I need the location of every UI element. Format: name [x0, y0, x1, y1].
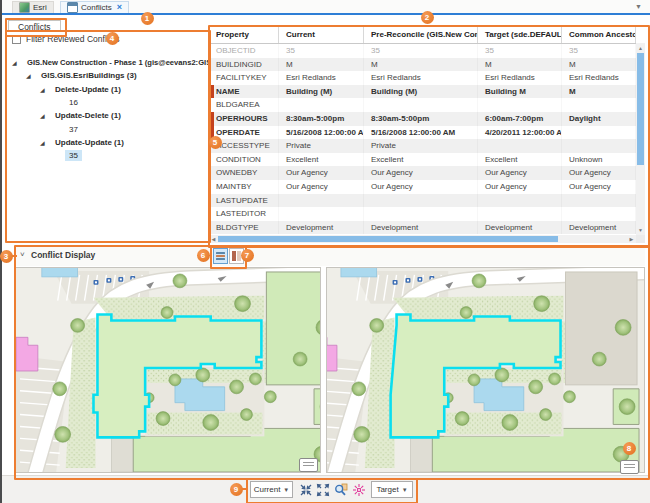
- table-row[interactable]: LASTEDITOR: [209, 207, 636, 221]
- table-cell[interactable]: Building (M): [364, 85, 478, 99]
- tree-item[interactable]: 35: [54, 149, 82, 162]
- expand-extent-button[interactable]: [316, 483, 330, 497]
- table-cell[interactable]: Development: [364, 221, 478, 235]
- table-cell[interactable]: 5/16/2008 12:00:00 AM: [279, 126, 364, 140]
- column-header[interactable]: Common Ancestor: [562, 26, 636, 43]
- table-cell[interactable]: Unknown: [562, 153, 636, 167]
- table-cell[interactable]: 35: [562, 44, 636, 58]
- tree-item[interactable]: ◢Delete-Update (1): [40, 83, 125, 96]
- table-row[interactable]: OPERDATE5/16/2008 12:00:00 AM5/16/2008 1…: [209, 126, 636, 140]
- table-row[interactable]: NAMEBuilding (M)Building (M)Building MM: [209, 85, 636, 99]
- table-cell[interactable]: Building (M): [279, 85, 364, 99]
- table-cell[interactable]: Esri Redlands: [478, 71, 562, 85]
- h-scrollbar[interactable]: ◀ ▶: [209, 235, 636, 243]
- table-cell[interactable]: Private: [364, 139, 478, 153]
- table-cell[interactable]: BLDGTYPE: [209, 221, 279, 235]
- table-cell[interactable]: 8:30am-5:00pm: [279, 112, 364, 126]
- tab-close-icon[interactable]: ×: [117, 3, 122, 12]
- table-cell[interactable]: 35: [364, 44, 478, 58]
- tree-item[interactable]: ◢GIS.GIS.EsriBuildings (3): [26, 69, 141, 82]
- table-cell[interactable]: [562, 139, 636, 153]
- table-cell[interactable]: M: [364, 58, 478, 72]
- table-cell[interactable]: Our Agency: [562, 166, 636, 180]
- table-cell[interactable]: [478, 207, 562, 221]
- table-cell[interactable]: [478, 139, 562, 153]
- table-cell[interactable]: OPERHOURS: [209, 112, 279, 126]
- table-cell[interactable]: [478, 194, 562, 208]
- map-target[interactable]: [326, 267, 645, 473]
- table-cell[interactable]: Our Agency: [364, 166, 478, 180]
- tree-item[interactable]: ◢GIS.New Construction - Phase 1 (gis@eev…: [12, 56, 229, 69]
- table-cell[interactable]: 6:00am-7:00pm: [478, 112, 562, 126]
- table-row[interactable]: CONDITIONExcellentExcellentExcellentUnkn…: [209, 153, 636, 167]
- map-note-icon[interactable]: [299, 458, 318, 472]
- table-cell[interactable]: BUILDINGID: [209, 58, 279, 72]
- tree-expander-icon[interactable]: ◢: [40, 112, 47, 119]
- flash-feature-button[interactable]: [352, 483, 366, 497]
- table-cell[interactable]: M: [562, 58, 636, 72]
- table-cell[interactable]: Our Agency: [279, 180, 364, 194]
- table-cell[interactable]: FACILITYKEY: [209, 71, 279, 85]
- table-cell[interactable]: [478, 98, 562, 112]
- table-cell[interactable]: Excellent: [478, 153, 562, 167]
- table-cell[interactable]: [562, 194, 636, 208]
- table-cell[interactable]: Excellent: [279, 153, 364, 167]
- table-cell[interactable]: 8:30am-5:00pm: [364, 112, 478, 126]
- table-cell[interactable]: LASTUPDATE: [209, 194, 279, 208]
- table-row[interactable]: OPERHOURS8:30am-5:00pm8:30am-5:00pm6:00a…: [209, 112, 636, 126]
- table-cell[interactable]: [562, 207, 636, 221]
- table-row[interactable]: LASTUPDATE: [209, 194, 636, 208]
- map-current[interactable]: [15, 267, 321, 473]
- table-cell[interactable]: Daylight: [562, 112, 636, 126]
- table-cell[interactable]: M: [478, 58, 562, 72]
- filter-reviewed-checkbox[interactable]: [12, 35, 21, 44]
- table-cell[interactable]: CONDITION: [209, 153, 279, 167]
- table-cell[interactable]: [279, 98, 364, 112]
- tree-item[interactable]: 37: [54, 123, 82, 136]
- tree-expander-icon[interactable]: ◢: [40, 86, 47, 93]
- table-cell[interactable]: Development: [562, 221, 636, 235]
- table-cell[interactable]: LASTEDITOR: [209, 207, 279, 221]
- table-cell[interactable]: [562, 98, 636, 112]
- column-header[interactable]: Current: [279, 26, 364, 43]
- table-row[interactable]: ACCESSTYPEPrivatePrivate: [209, 139, 636, 153]
- tree-expander-icon[interactable]: ◢: [40, 139, 47, 146]
- table-cell[interactable]: Esri Redlands: [279, 71, 364, 85]
- table-cell[interactable]: M: [279, 58, 364, 72]
- map-note-icon[interactable]: [620, 460, 639, 474]
- table-cell[interactable]: Excellent: [364, 153, 478, 167]
- table-cell[interactable]: Our Agency: [478, 166, 562, 180]
- table-cell[interactable]: 4/20/2011 12:00:00 AM: [478, 126, 562, 140]
- table-cell[interactable]: Private: [279, 139, 364, 153]
- display-mode-rows-button[interactable]: [213, 248, 228, 264]
- table-cell[interactable]: Building M: [478, 85, 562, 99]
- table-cell[interactable]: OWNEDBY: [209, 166, 279, 180]
- table-cell[interactable]: BLDGAREA: [209, 98, 279, 112]
- table-cell[interactable]: M: [562, 85, 636, 99]
- collapse-chevron-icon[interactable]: ˅: [20, 250, 25, 259]
- scroll-up-icon[interactable]: ▲: [636, 44, 645, 52]
- scroll-down-icon[interactable]: ▼: [636, 226, 645, 234]
- table-cell[interactable]: Esri Redlands: [562, 71, 636, 85]
- current-dropdown-button[interactable]: Current ▼: [250, 481, 293, 498]
- table-row[interactable]: BLDGTYPEDevelopmentDevelopmentDevelopmen…: [209, 221, 636, 235]
- v-scrollbar[interactable]: ▲ ▼: [636, 43, 645, 235]
- target-dropdown-button[interactable]: Target ▼: [371, 481, 413, 498]
- h-scroll-thumb[interactable]: [218, 236, 558, 242]
- tree-expander-icon[interactable]: ◢: [26, 72, 33, 79]
- table-cell[interactable]: [279, 207, 364, 221]
- table-cell[interactable]: Development: [279, 221, 364, 235]
- column-header[interactable]: Pre-Reconcile (GIS.New Construct: [364, 26, 478, 43]
- table-cell[interactable]: MAINTBY: [209, 180, 279, 194]
- table-cell[interactable]: 35: [478, 44, 562, 58]
- column-header[interactable]: Target (sde.DEFAULT): [478, 26, 562, 43]
- table-cell[interactable]: Development: [478, 221, 562, 235]
- table-row[interactable]: MAINTBYOur AgencyOur AgencyOur AgencyOur…: [209, 180, 636, 194]
- table-cell[interactable]: 35: [279, 44, 364, 58]
- scroll-right-icon[interactable]: ▶: [627, 235, 636, 243]
- tree-expander-icon[interactable]: ◢: [12, 59, 19, 66]
- table-cell[interactable]: Our Agency: [364, 180, 478, 194]
- v-scroll-thumb[interactable]: [637, 53, 644, 165]
- table-cell[interactable]: OBJECTID: [209, 44, 279, 58]
- table-row[interactable]: BUILDINGIDMMMM: [209, 58, 636, 72]
